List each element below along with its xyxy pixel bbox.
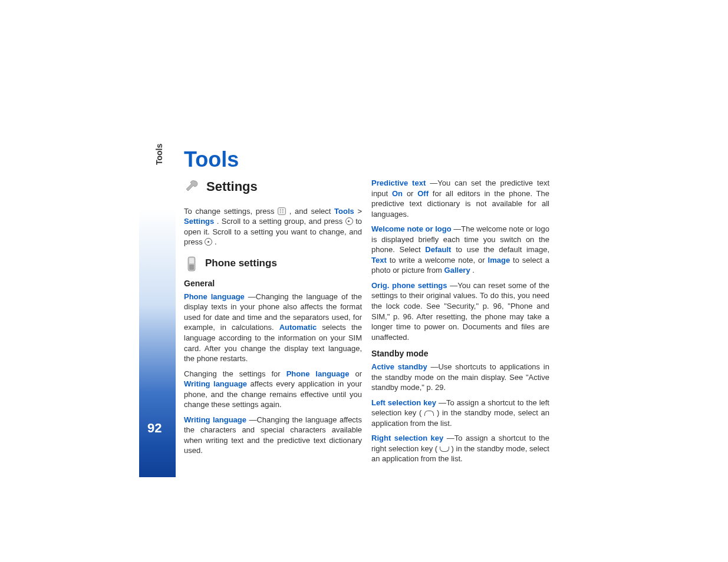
heading-settings-text: Settings — [206, 178, 258, 196]
scroll-key-icon — [205, 238, 212, 246]
label-right-selection-key: Right selection key — [371, 434, 443, 442]
heading-standby-mode: Standby mode — [371, 348, 549, 359]
page-number: 92 — [147, 421, 162, 436]
label-orig-phone-settings: Orig. phone settings — [371, 281, 447, 290]
para-predictive-text: Predictive text —You can set the predict… — [371, 178, 549, 219]
link-tools: Tools — [334, 207, 354, 216]
para-change-settings: To change settings, press ⁝⁝ , and selec… — [184, 206, 362, 247]
side-section-label: Tools — [154, 144, 164, 165]
link-gallery: Gallery — [444, 266, 470, 275]
column-right: Predictive text —You can set the predict… — [371, 178, 549, 469]
link-phone-language: Phone language — [286, 369, 350, 378]
label-writing-language: Writing language — [184, 415, 246, 424]
label-active-standby: Active standby — [371, 362, 427, 371]
label-left-selection-key: Left selection key — [371, 398, 436, 407]
label-off: Off — [417, 189, 429, 198]
column-left: Settings To change settings, press ⁝⁝ , … — [184, 178, 362, 461]
para-left-selection-key: Left selection key —To assign a shortcut… — [371, 398, 549, 429]
label-automatic: Automatic — [279, 323, 317, 332]
label-text: Text — [371, 256, 387, 265]
para-orig-phone-settings: Orig. phone settings —You can reset some… — [371, 280, 549, 342]
page-title: Tools — [184, 147, 239, 172]
label-on: On — [392, 189, 403, 198]
link-writing-language: Writing language — [184, 379, 247, 388]
label-phone-language: Phone language — [184, 292, 245, 301]
para-writing-language: Writing language —Changing the language … — [184, 415, 362, 456]
heading-phone-settings-text: Phone settings — [205, 257, 277, 270]
wrench-icon — [184, 178, 200, 195]
para-changing-settings: Changing the settings for Phone language… — [184, 369, 362, 410]
para-phone-language: Phone language —Changing the language of… — [184, 292, 362, 364]
para-active-standby: Active standby —Use shortcuts to applica… — [371, 362, 549, 393]
svg-rect-2 — [189, 265, 194, 270]
label-predictive-text: Predictive text — [371, 178, 426, 187]
left-softkey-icon — [424, 411, 434, 416]
heading-phone-settings: Phone settings — [184, 256, 362, 272]
label-default: Default — [425, 245, 451, 254]
label-image: Image — [488, 256, 510, 265]
scroll-key-icon — [345, 217, 353, 225]
heading-settings: Settings — [184, 178, 362, 196]
svg-rect-1 — [189, 258, 194, 263]
right-softkey-icon — [440, 447, 449, 452]
label-welcome-note: Welcome note or logo — [371, 224, 452, 233]
phone-icon — [184, 256, 199, 272]
link-settings: Settings — [184, 217, 214, 226]
para-welcome-note: Welcome note or logo —The welcome note o… — [371, 224, 549, 276]
menu-key-icon: ⁝⁝ — [278, 207, 286, 215]
heading-general: General — [184, 278, 362, 289]
para-right-selection-key: Right selection key —To assign a shortcu… — [371, 433, 549, 464]
